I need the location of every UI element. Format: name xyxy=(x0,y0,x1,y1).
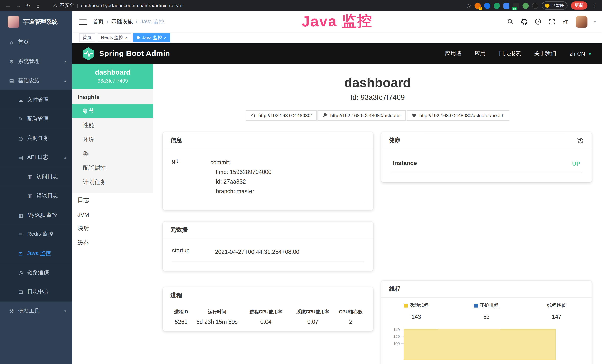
sba-nav-journal[interactable]: 日志报表 xyxy=(499,50,521,57)
close-tab-icon[interactable]: × xyxy=(164,36,166,40)
link-label: http://192.168.0.2:48080/actuator xyxy=(330,113,401,118)
health-url-link[interactable]: http://192.168.0.2:48080/actuator/health xyxy=(407,110,509,121)
info-key: git xyxy=(172,157,210,196)
sidebar-item-dev-tools[interactable]: ⚒ 研发工具 ▾ xyxy=(0,301,72,321)
extension-icon-dark[interactable]: on xyxy=(513,2,519,9)
sidebar-item-trace[interactable]: ◎ 链路追踪 xyxy=(0,263,72,282)
daemon-threads-value: 53 xyxy=(452,313,522,320)
legend-active-threads: 活动线程 143 xyxy=(381,302,451,320)
sidebar-item-label: 首页 xyxy=(18,39,29,46)
sidebar-item-redis-monitor[interactable]: ≣ Redis 监控 xyxy=(0,225,72,244)
breadcrumb-current: Java 监控 xyxy=(140,18,164,25)
instance-header[interactable]: dashboard 93a3fc7f7409 xyxy=(72,64,153,89)
extension-on-badge: on xyxy=(512,7,517,10)
health-instance-row: Instance UP xyxy=(390,155,582,172)
sba-item-beans[interactable]: 类 xyxy=(72,147,153,161)
extension-icon-orange[interactable]: 1 xyxy=(475,2,481,9)
tab-redis-monitor[interactable]: Redis 监控 × xyxy=(97,33,131,42)
bookmark-star-icon[interactable]: ☆ xyxy=(466,2,471,9)
page-instance-id: Id: 93a3fc7f7409 xyxy=(153,93,602,102)
chrome-menu-icon[interactable]: ⋮ xyxy=(591,3,599,8)
paused-badge[interactable]: 已暂停 xyxy=(542,1,568,10)
sidebar-item-access-log[interactable]: ▥ 访问日志 xyxy=(0,167,72,186)
clock-icon: ◷ xyxy=(18,135,24,141)
sba-nav-about[interactable]: 关于我们 xyxy=(534,50,556,57)
service-url-link[interactable]: http://192.168.0.2:48080/ xyxy=(246,110,317,121)
collapse-sidebar-icon[interactable] xyxy=(79,19,87,25)
breadcrumb-infrastructure[interactable]: 基础设施 xyxy=(111,18,133,25)
sba-item-config-props[interactable]: 配置属性 xyxy=(72,161,153,175)
sba-item-environment[interactable]: 环境 xyxy=(72,132,153,147)
sidebar-item-api-log[interactable]: ▤ API 日志 ▴ xyxy=(0,148,72,167)
user-avatar[interactable] xyxy=(576,16,587,27)
search-icon[interactable] xyxy=(507,18,514,25)
sba-item-metrics[interactable]: 性能 xyxy=(72,118,153,133)
forward-button[interactable]: → xyxy=(13,2,23,9)
extension-icon-grid[interactable] xyxy=(503,2,509,9)
back-button[interactable]: ← xyxy=(3,2,13,9)
breadcrumb-home[interactable]: 首页 xyxy=(93,18,104,25)
svg-text:T: T xyxy=(563,21,565,24)
avatar-caret-icon[interactable]: ▾ xyxy=(594,20,596,24)
git-time-line: time: 1596289704000 xyxy=(210,167,364,177)
sba-item-scheduled-tasks[interactable]: 计划任务 xyxy=(72,175,153,189)
sidebar-item-scheduled-task[interactable]: ◷ 定时任务 xyxy=(0,129,72,148)
security-label[interactable]: 不安全 xyxy=(60,2,74,9)
url-text[interactable]: dashboard.yudao.iocoder.cn/infra/admin-s… xyxy=(81,3,183,8)
legend-daemon-threads: 守护进程 53 xyxy=(452,302,522,320)
browser-window: ← → ↻ ⌂ ⚠ 不安全 | dashboard.yudao.iocoder.… xyxy=(0,0,602,364)
sba-item-details[interactable]: 细节 xyxy=(72,104,153,118)
extension-icon-puzzle[interactable] xyxy=(532,2,538,9)
extension-icon-blue-drop[interactable] xyxy=(484,2,490,9)
sidebar-item-infrastructure[interactable]: ▤ 基础设施 ▴ xyxy=(0,71,72,90)
close-tab-icon[interactable]: × xyxy=(125,36,128,40)
sba-item-caches[interactable]: 缓存 xyxy=(72,236,153,250)
sba-nav-applications[interactable]: 应用 xyxy=(475,50,486,57)
sba-item-mappings[interactable]: 映射 xyxy=(72,222,153,236)
instance-id: 93a3fc7f7409 xyxy=(75,78,151,84)
breadcrumb-separator: / xyxy=(107,19,108,25)
sidebar-item-mysql-monitor[interactable]: ▦ MySQL 监控 xyxy=(0,205,72,225)
sba-item-loggers[interactable]: 日志 xyxy=(72,193,153,207)
sidebar-item-error-log[interactable]: ▥ 错误日志 xyxy=(0,186,72,205)
reload-button[interactable]: ↻ xyxy=(23,2,33,9)
tab-java-monitor[interactable]: Java 监控 × xyxy=(133,33,170,42)
sidebar-item-label: 基础设施 xyxy=(18,77,40,84)
sidebar-item-label: 访问日志 xyxy=(36,173,58,180)
sidebar-item-log-center[interactable]: ▤ 日志中心 xyxy=(0,282,72,301)
address-bar[interactable]: ⚠ 不安全 | dashboard.yudao.iocoder.cn/infra… xyxy=(53,2,466,9)
git-id-line: id: 27aa832 xyxy=(210,177,364,186)
process-proc-cpu-value: 0.04 xyxy=(240,318,292,325)
help-icon[interactable]: ? xyxy=(534,18,542,25)
sba-nav: 应用墙 应用 日志报表 关于我们 zh-CN ▼ xyxy=(445,50,592,57)
locale-selector[interactable]: zh-CN ▼ xyxy=(569,50,592,57)
sidebar-item-system-management[interactable]: ⚙ 系统管理 ▾ xyxy=(0,52,72,71)
app-logo-image xyxy=(8,16,19,28)
sidebar-item-java-monitor[interactable]: ⊡ Java 监控 xyxy=(0,244,72,263)
instance-name: dashboard xyxy=(75,68,151,76)
sba-item-jvm[interactable]: JVM xyxy=(72,207,153,222)
insights-section-label: Insights xyxy=(72,89,153,104)
font-size-icon[interactable]: TT xyxy=(562,18,569,25)
svg-text:100: 100 xyxy=(393,341,400,346)
daemon-threads-swatch xyxy=(474,304,478,307)
app-logo-row[interactable]: 芋道管理系统 xyxy=(0,11,72,33)
home-button[interactable]: ⌂ xyxy=(33,2,43,9)
sidebar-item-file-management[interactable]: ☁ 文件管理 xyxy=(0,90,72,110)
tab-label: Redis 监控 xyxy=(101,34,123,41)
github-icon[interactable] xyxy=(521,18,528,25)
sidebar-item-home[interactable]: ⌂ 首页 xyxy=(0,33,72,52)
extension-icon-leaf[interactable] xyxy=(522,2,528,9)
actuator-url-link[interactable]: http://192.168.0.2:48080/actuator xyxy=(318,110,406,121)
chrome-update-button[interactable]: 更新 xyxy=(571,1,587,10)
history-icon[interactable] xyxy=(577,137,584,144)
sidebar-item-config-management[interactable]: ✎ 配置管理 xyxy=(0,109,72,129)
chevron-up-icon: ▴ xyxy=(64,79,66,83)
fullscreen-icon[interactable] xyxy=(548,18,556,25)
emoji-face-icon xyxy=(545,3,549,8)
chevron-down-icon: ▾ xyxy=(64,309,66,313)
threads-card-title: 线程 xyxy=(389,285,400,293)
extension-icon-green-circle[interactable] xyxy=(494,2,500,9)
sba-nav-wallboard[interactable]: 应用墙 xyxy=(445,50,462,57)
tab-home[interactable]: 首页 xyxy=(79,33,95,42)
